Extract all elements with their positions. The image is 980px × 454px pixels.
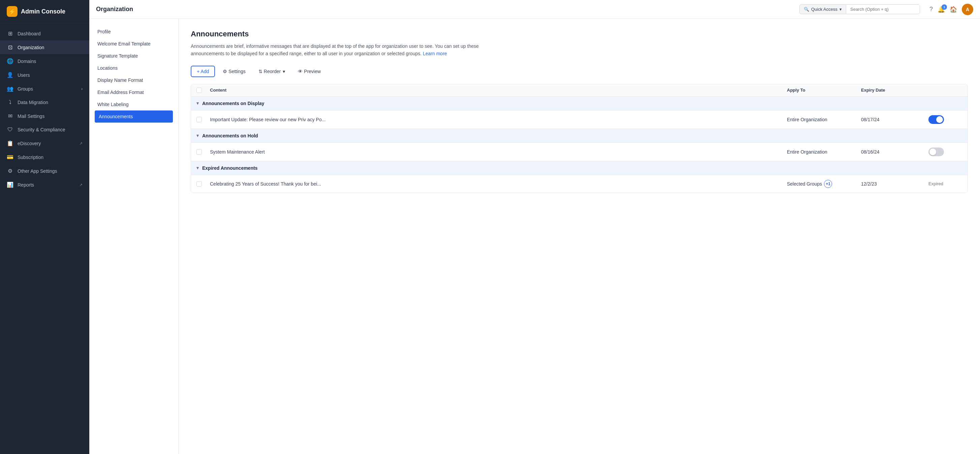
- sidebar-item-organization[interactable]: ⊡ Organization: [0, 40, 89, 54]
- home-icon: 🏠: [950, 6, 957, 13]
- sidebar-item-dashboard[interactable]: ⊞ Dashboard: [0, 27, 89, 40]
- sidebar-item-users[interactable]: 👤 Users: [0, 68, 89, 82]
- org-nav-email-address-format[interactable]: Email Address Format: [89, 86, 178, 98]
- status-col: Expired: [928, 181, 962, 186]
- notification-badge: 1: [942, 5, 947, 10]
- sidebar-item-label: Groups: [18, 86, 33, 92]
- announcement-toggle[interactable]: [928, 148, 944, 156]
- org-nav-announcements[interactable]: Announcements: [95, 111, 173, 122]
- section-label: Expired Announcements: [202, 165, 258, 171]
- sidebar: ⚡ Admin Console ⊞ Dashboard ⊡ Organizati…: [0, 0, 89, 454]
- sidebar-item-other-app-settings[interactable]: ⚙ Other App Settings: [0, 164, 89, 178]
- reorder-button[interactable]: ⇅ Reorder ▾: [253, 66, 290, 77]
- app-title: Admin Console: [21, 8, 65, 15]
- external-link-icon: ↗: [79, 141, 83, 146]
- help-icon: ?: [929, 6, 933, 13]
- row-checkbox[interactable]: [196, 149, 202, 155]
- status-badge: Expired: [928, 181, 943, 186]
- content-col-header: Content: [210, 87, 787, 93]
- select-all-checkbox[interactable]: [196, 87, 202, 93]
- section-on-display: ▾ Announcements on Display: [191, 97, 967, 111]
- sidebar-item-mail-settings[interactable]: ✉ Mail Settings: [0, 109, 89, 123]
- org-nav-welcome-email[interactable]: Welcome Email Template: [89, 38, 178, 50]
- content-cell: System Maintenance Alert: [210, 149, 787, 155]
- search-input-wrap: [846, 5, 920, 14]
- chevron-down-icon[interactable]: ▾: [196, 165, 199, 170]
- chevron-right-icon: ›: [81, 87, 83, 91]
- announcements-table: Content Apply To Expiry Date ▾ Announcem…: [191, 84, 968, 193]
- search-input[interactable]: [850, 7, 916, 12]
- chevron-down-icon: ▾: [840, 7, 842, 12]
- section-label: Announcements on Display: [202, 101, 264, 106]
- sidebar-item-label: Subscription: [18, 155, 43, 160]
- avatar[interactable]: A: [962, 4, 973, 15]
- sidebar-item-label: Other App Settings: [18, 168, 57, 174]
- apply-to-badge[interactable]: +1: [824, 180, 832, 188]
- sidebar-item-domains[interactable]: 🌐 Domains: [0, 54, 89, 68]
- main-content: Organization 🔍 Quick Access ▾ ? 🔔 1 🏠: [89, 0, 980, 454]
- chevron-down-icon[interactable]: ▾: [196, 133, 199, 138]
- groups-icon: 👥: [7, 86, 13, 92]
- dashboard-icon: ⊞: [7, 30, 13, 37]
- chevron-down-icon[interactable]: ▾: [196, 101, 199, 106]
- section-label: Announcements on Hold: [202, 133, 258, 138]
- topbar: Organization 🔍 Quick Access ▾ ? 🔔 1 🏠: [89, 0, 980, 19]
- ediscovery-icon: 📋: [7, 140, 13, 146]
- sidebar-item-groups[interactable]: 👥 Groups ›: [0, 82, 89, 96]
- apply-to-col-header: Apply To: [787, 87, 861, 93]
- sidebar-item-label: Security & Compliance: [18, 127, 65, 132]
- sidebar-item-label: Domains: [18, 59, 36, 64]
- shield-icon: 🛡: [7, 127, 13, 133]
- settings-button[interactable]: ⚙ Settings: [218, 66, 250, 77]
- avatar-initials: A: [966, 7, 969, 12]
- org-nav-white-labeling[interactable]: White Labeling: [89, 98, 178, 111]
- home-button[interactable]: 🏠: [950, 6, 957, 13]
- org-nav-locations[interactable]: Locations: [89, 62, 178, 74]
- actions-col-header: [928, 87, 962, 93]
- sidebar-item-label: Data Migration: [18, 100, 48, 105]
- topbar-icons: ? 🔔 1 🏠 A: [929, 4, 973, 15]
- sidebar-item-reports[interactable]: 📊 Reports ↗: [0, 178, 89, 192]
- sidebar-item-security-compliance[interactable]: 🛡 Security & Compliance: [0, 123, 89, 137]
- apply-to-cell: Entire Organization: [787, 149, 861, 155]
- notifications-button[interactable]: 🔔 1: [937, 6, 945, 13]
- reorder-label: ⇅ Reorder: [258, 69, 281, 74]
- expiry-date-cell: 08/16/24: [861, 149, 928, 155]
- sidebar-item-label: Mail Settings: [18, 113, 45, 119]
- announcement-toggle[interactable]: [928, 115, 944, 124]
- subscription-icon: 💳: [7, 154, 13, 160]
- org-nav-signature-template[interactable]: Signature Template: [89, 50, 178, 62]
- search-icon: 🔍: [804, 7, 809, 12]
- section-expired: ▾ Expired Announcements: [191, 161, 967, 175]
- apply-to-cell: Entire Organization: [787, 117, 861, 122]
- row-checkbox[interactable]: [196, 181, 202, 187]
- table-row: System Maintenance Alert Entire Organiza…: [191, 143, 967, 161]
- checkbox-col-header: [196, 87, 210, 93]
- table-row: Celebrating 25 Years of Success! Thank y…: [191, 175, 967, 193]
- toggle-knob: [929, 149, 936, 155]
- sidebar-item-label: eDiscovery: [18, 141, 41, 146]
- sidebar-item-label: Organization: [18, 45, 44, 50]
- sidebar-item-data-migration[interactable]: ⤵ Data Migration: [0, 96, 89, 109]
- expiry-date-cell: 12/2/23: [861, 181, 928, 187]
- search-bar: 🔍 Quick Access ▾: [799, 5, 920, 14]
- topbar-title: Organization: [96, 6, 133, 13]
- org-nav-profile[interactable]: Profile: [89, 25, 178, 38]
- preview-button[interactable]: 👁 Preview: [293, 66, 326, 77]
- sidebar-item-label: Reports: [18, 182, 34, 187]
- main-panel: Announcements Announcements are brief, i…: [178, 19, 980, 454]
- apply-to-cell: Selected Groups +1: [787, 180, 861, 188]
- org-nav-display-name-format[interactable]: Display Name Format: [89, 74, 178, 86]
- learn-more-link[interactable]: Learn more: [423, 51, 447, 56]
- add-button[interactable]: + Add: [191, 66, 215, 77]
- table-row: Important Update: Please review our new …: [191, 111, 967, 129]
- sidebar-item-subscription[interactable]: 💳 Subscription: [0, 150, 89, 164]
- toggle-col: [928, 148, 962, 156]
- sidebar-item-ediscovery[interactable]: 📋 eDiscovery ↗: [0, 137, 89, 150]
- help-button[interactable]: ?: [929, 6, 933, 13]
- quick-access-button[interactable]: 🔍 Quick Access ▾: [799, 5, 846, 14]
- organization-icon: ⊡: [7, 44, 13, 51]
- row-checkbox[interactable]: [196, 117, 202, 122]
- quick-access-label: Quick Access: [811, 7, 837, 12]
- content-cell: Celebrating 25 Years of Success! Thank y…: [210, 181, 787, 187]
